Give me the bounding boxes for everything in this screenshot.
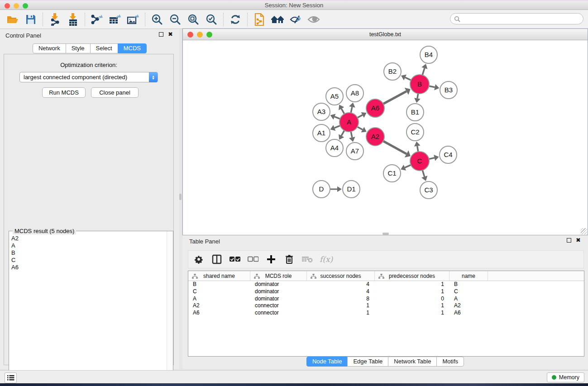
table-row[interactable]: A6connector11A6 bbox=[188, 310, 584, 317]
table-cell: connector bbox=[250, 310, 307, 317]
node-label-B1: B1 bbox=[411, 108, 419, 116]
criterion-dropdown[interactable]: largest connected component (directed) ▲… bbox=[19, 72, 158, 82]
delete-column-icon[interactable] bbox=[283, 253, 295, 265]
node-label-B4: B4 bbox=[425, 51, 433, 58]
zoom-selected-icon[interactable] bbox=[202, 12, 220, 27]
graphics-details-icon[interactable] bbox=[287, 12, 305, 27]
close-panel-button[interactable]: Close panel bbox=[91, 87, 139, 98]
close-window-button[interactable] bbox=[5, 3, 10, 9]
divider-handle[interactable] bbox=[179, 194, 182, 200]
export-table-icon[interactable] bbox=[106, 12, 124, 27]
table-cell: A bbox=[449, 295, 488, 303]
window-title: Session: New Session bbox=[0, 1, 588, 10]
graph-edge[interactable] bbox=[382, 91, 406, 105]
node-label-C2: C2 bbox=[411, 128, 419, 136]
zoom-out-icon[interactable] bbox=[166, 12, 184, 27]
node-label-A6: A6 bbox=[371, 104, 379, 112]
toolbar-separator bbox=[247, 13, 248, 26]
column-header-predecessor-nodes[interactable]: predecessor nodes bbox=[375, 271, 449, 281]
home-icon[interactable] bbox=[268, 12, 287, 27]
graph-edge[interactable] bbox=[382, 141, 406, 154]
tab-node-table[interactable]: Node Table bbox=[306, 357, 348, 367]
column-chooser-icon[interactable] bbox=[211, 253, 223, 265]
import-network-icon[interactable] bbox=[46, 12, 64, 27]
node-table[interactable]: shared nameMCDS rolesuccessor nodesprede… bbox=[188, 271, 584, 357]
settings-gear-icon[interactable] bbox=[193, 253, 205, 265]
search-box[interactable] bbox=[450, 13, 583, 24]
run-mcds-button[interactable]: Run MCDS bbox=[42, 87, 86, 98]
mcds-result-list[interactable]: A2ABCA6 bbox=[10, 235, 166, 271]
zoom-network-window-button[interactable] bbox=[206, 32, 212, 38]
node-label-B: B bbox=[417, 80, 422, 88]
open-session-icon[interactable] bbox=[4, 12, 22, 27]
save-session-icon[interactable] bbox=[22, 12, 40, 27]
network-window-titlebar[interactable]: testGlobe.txt bbox=[183, 29, 588, 40]
network-window-title: testGlobe.txt bbox=[183, 29, 588, 40]
table-row[interactable]: A2connector11A2 bbox=[188, 302, 584, 310]
divider-handle[interactable] bbox=[382, 233, 389, 235]
resize-grip-icon[interactable] bbox=[581, 228, 587, 234]
column-header-shared-name[interactable]: shared name bbox=[188, 271, 250, 281]
select-all-checkboxes-icon[interactable] bbox=[229, 253, 241, 265]
tab-network[interactable]: Network bbox=[33, 43, 66, 53]
result-list-item[interactable]: A6 bbox=[10, 264, 166, 271]
tab-select[interactable]: Select bbox=[90, 43, 118, 53]
node-label-B2: B2 bbox=[388, 67, 397, 75]
node-label-A: A bbox=[347, 118, 351, 126]
result-scrollbar[interactable] bbox=[167, 231, 173, 386]
column-header-MCDS-role[interactable]: MCDS role bbox=[250, 271, 307, 281]
network-graph[interactable]: AA2A6BCA1A3A4A5A7A8B1B2B3B4C1C2C3C4DD1 bbox=[183, 40, 588, 235]
table-cell: 1 bbox=[375, 288, 449, 295]
minimize-window-button[interactable] bbox=[14, 3, 19, 9]
tab-style[interactable]: Style bbox=[66, 43, 91, 53]
memory-button[interactable]: Memory bbox=[547, 372, 584, 382]
table-cell: C bbox=[449, 288, 488, 295]
zoom-window-button[interactable] bbox=[23, 3, 28, 9]
tab-edge-table[interactable]: Edge Table bbox=[347, 357, 388, 367]
result-list-item[interactable]: B bbox=[10, 249, 166, 257]
table-cell: dominator bbox=[250, 295, 307, 303]
import-table-icon[interactable] bbox=[64, 12, 82, 27]
table-cell: 4 bbox=[307, 288, 375, 295]
table-row[interactable]: Adominator80A bbox=[188, 295, 584, 303]
node-label-A5: A5 bbox=[330, 92, 339, 100]
result-list-item[interactable]: A2 bbox=[10, 235, 166, 242]
table-cell: 8 bbox=[307, 295, 375, 303]
search-input[interactable] bbox=[460, 15, 583, 22]
table-row[interactable]: Cdominator41C bbox=[188, 288, 584, 295]
table-cell: B bbox=[188, 281, 250, 288]
result-list-item[interactable]: A bbox=[10, 242, 166, 249]
float-panel-icon[interactable] bbox=[567, 238, 571, 243]
zoom-in-icon[interactable] bbox=[148, 12, 166, 27]
new-network-from-selection-icon[interactable] bbox=[250, 12, 268, 27]
column-header-name[interactable]: name bbox=[449, 271, 488, 281]
minimize-network-window-button[interactable] bbox=[197, 32, 203, 38]
node-label-C3: C3 bbox=[424, 186, 433, 194]
add-column-icon[interactable] bbox=[265, 253, 277, 265]
column-header-successor-nodes[interactable]: successor nodes bbox=[307, 271, 375, 281]
deselect-all-checkboxes-icon[interactable] bbox=[247, 253, 259, 265]
control-panel: Control Panel ✖ NetworkStyleSelectMCDS O… bbox=[0, 29, 179, 369]
function-builder-icon: f(x) bbox=[320, 255, 333, 264]
network-canvas[interactable]: AA2A6BCA1A3A4A5A7A8B1B2B3B4C1C2C3C4DD1 bbox=[183, 40, 588, 235]
tab-motifs[interactable]: Motifs bbox=[436, 357, 464, 367]
task-history-button[interactable] bbox=[5, 372, 17, 383]
close-panel-icon[interactable]: ✖ bbox=[576, 238, 581, 243]
export-image-icon[interactable] bbox=[124, 12, 142, 27]
network-view-window: testGlobe.txt AA2A6BCA1A3A4A5A7A8B1B2B3B… bbox=[182, 29, 588, 235]
export-network-icon[interactable] bbox=[88, 12, 106, 27]
desktop-wallpaper bbox=[0, 383, 588, 386]
float-panel-icon[interactable] bbox=[159, 32, 163, 37]
close-panel-icon[interactable]: ✖ bbox=[168, 32, 173, 37]
tab-mcds[interactable]: MCDS bbox=[118, 43, 147, 53]
search-icon bbox=[454, 16, 460, 22]
result-list-item[interactable]: C bbox=[10, 257, 166, 264]
tab-network-table[interactable]: Network Table bbox=[388, 357, 437, 367]
table-row[interactable]: Bdominator41B bbox=[188, 281, 584, 288]
column-header-empty bbox=[488, 271, 584, 281]
memory-status-icon bbox=[552, 375, 556, 380]
close-network-window-button[interactable] bbox=[187, 32, 193, 38]
eye-icon[interactable] bbox=[305, 12, 323, 27]
zoom-fit-icon[interactable] bbox=[184, 12, 202, 27]
refresh-icon[interactable] bbox=[226, 12, 244, 27]
